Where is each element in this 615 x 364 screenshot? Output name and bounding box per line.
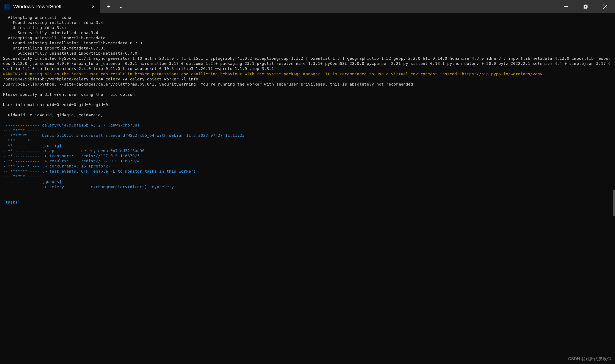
terminal-line: uid=uid, euid=euid, gid=gid, egid=egid, — [3, 112, 612, 117]
terminal-line: - ** ---------- .> results: redis://127.… — [3, 158, 612, 164]
terminal-line: Successfully installed PySocks-1.7.1 asy… — [3, 56, 612, 71]
close-icon — [603, 4, 607, 9]
terminal-line — [3, 107, 612, 112]
terminal-line — [3, 189, 612, 195]
terminal-line — [3, 117, 612, 123]
terminal-line: -------------- [queues] — [3, 179, 612, 184]
scrollbar[interactable] — [613, 13, 615, 364]
terminal-line: WARNING: Running pip as the 'root' user … — [3, 71, 612, 77]
titlebar: >_ Windows PowerShell × + ⌄ — [0, 0, 615, 13]
terminal-line: -- ******* ---- .> task events: OFF (ena… — [3, 169, 612, 174]
terminal-line: User information: uid=0 euid=0 gid=0 egi… — [3, 102, 612, 107]
new-tab-button[interactable]: + — [103, 1, 115, 12]
terminal-line: Uninstalling importlib-metadata-6.7.0: — [3, 46, 612, 51]
terminal-output[interactable]: Attempting uninstall: idna Found existin… — [0, 13, 615, 207]
terminal-line: Attempting uninstall: idna — [3, 15, 612, 20]
terminal-line: Successfully uninstalled idna-3.4 — [3, 30, 612, 35]
terminal-line: Attempting uninstall: importlib-metadata — [3, 35, 612, 40]
terminal-line: - ** ---------- .> transport: redis://12… — [3, 153, 612, 158]
tab-dropdown-button[interactable]: ⌄ — [115, 1, 128, 12]
tab-close-button[interactable]: × — [89, 2, 97, 11]
terminal-line — [3, 195, 612, 200]
tab-title: Windows PowerShell — [13, 3, 89, 10]
watermark: CSDN @跳舞的皮埃尔 — [568, 356, 611, 362]
terminal-line: -------------- celery@644795bfe16b v5.2.… — [3, 123, 612, 128]
terminal-line: /usr/local/lib/python3.7/site-packages/c… — [3, 82, 612, 87]
terminal-line: - *** --- * --- — [3, 138, 612, 143]
svg-rect-2 — [585, 5, 587, 8]
scrollbar-thumb[interactable] — [613, 190, 615, 216]
terminal-line: root@644795bfe16b:/workplace/celery_demo… — [3, 77, 612, 82]
terminal-line: -- ******* ---- Linux-5.10.16.3-microsof… — [3, 133, 612, 138]
tab-actions: + ⌄ — [100, 1, 128, 12]
window-controls — [556, 0, 615, 13]
terminal-line: --- ***** ----- — [3, 128, 612, 133]
terminal-line: Found existing installation: idna 3.4 — [3, 20, 612, 25]
minimize-icon — [564, 4, 568, 9]
maximize-icon — [583, 4, 588, 9]
terminal-line: - ** ---------- .> app: celery_demo:0x7f… — [3, 148, 612, 153]
terminal-line: - *** --- * --- .> concurrency: 16 (pref… — [3, 164, 612, 169]
terminal-line: Found existing installation: importlib-m… — [3, 40, 612, 46]
terminal-line — [3, 97, 612, 102]
terminal-line: Please specify a different user using th… — [3, 92, 612, 97]
terminal-line: [tasks] — [3, 200, 612, 205]
terminal-line: Uninstalling idna-3.4: — [3, 25, 612, 30]
terminal-line: --- ***** ----- — [3, 174, 612, 179]
minimize-button[interactable] — [556, 0, 576, 13]
terminal-line — [3, 87, 612, 92]
terminal-line: - ** ---------- [config] — [3, 143, 612, 148]
tab-powershell[interactable]: >_ Windows PowerShell × — [0, 0, 100, 13]
close-button[interactable] — [595, 0, 615, 13]
maximize-button[interactable] — [576, 0, 595, 13]
powershell-icon: >_ — [4, 4, 10, 10]
svg-rect-1 — [584, 6, 587, 8]
terminal-line: .> celery exchange=celery(direct) key=ce… — [3, 184, 612, 189]
terminal-line: Successfully uninstalled importlib-metad… — [3, 51, 612, 56]
